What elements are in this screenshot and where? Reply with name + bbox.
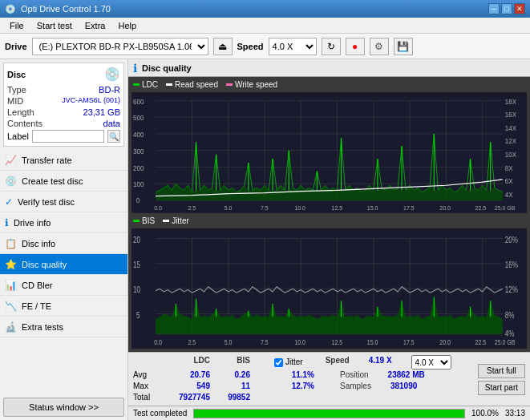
svg-text:4X: 4X xyxy=(505,192,513,199)
svg-text:8%: 8% xyxy=(505,310,515,319)
sidebar-item-create-test-disc[interactable]: 💿 Create test disc xyxy=(0,171,127,192)
sidebar-item-extra-tests[interactable]: 🔬 Extra tests xyxy=(0,317,127,337)
close-button[interactable]: ✕ xyxy=(514,3,525,14)
svg-text:17.5: 17.5 xyxy=(403,338,415,346)
menu-help[interactable]: Help xyxy=(111,19,143,32)
jitter-header-label: Jitter xyxy=(285,357,303,368)
spacer6 xyxy=(322,370,332,381)
disc-label-input[interactable] xyxy=(32,130,104,143)
spacer5 xyxy=(258,370,266,381)
svg-text:5.0: 5.0 xyxy=(225,338,233,346)
disc-mid-label: MID xyxy=(7,96,23,106)
samples-value: 381090 xyxy=(390,381,417,392)
svg-text:15.0: 15.0 xyxy=(367,205,378,212)
svg-text:20%: 20% xyxy=(505,235,518,244)
svg-text:0.0: 0.0 xyxy=(154,205,162,212)
svg-text:20.0: 20.0 xyxy=(439,338,451,346)
total-label: Total xyxy=(133,392,162,403)
svg-text:12.5: 12.5 xyxy=(332,338,343,346)
cd-bler-icon: 📊 xyxy=(5,280,17,291)
sidebar-item-label-create-test-disc: Create test disc xyxy=(22,176,83,186)
svg-text:10.0: 10.0 xyxy=(294,205,305,212)
svg-text:12.5: 12.5 xyxy=(332,205,343,212)
svg-text:10.0: 10.0 xyxy=(294,338,305,346)
upper-chart-area: 600 500 400 300 200 100 0 18X 16X 14X 12… xyxy=(131,92,527,213)
lower-chart-legend: BIS Jitter xyxy=(130,215,528,227)
svg-text:300: 300 xyxy=(133,148,144,155)
sidebar-item-disc-quality[interactable]: ⭐ Disc quality xyxy=(0,254,127,275)
disc-contents-value: data xyxy=(103,119,120,128)
lower-chart-svg: 20 15 10 5 20% 16% 12% 8% 4% 0.0 2.5 5.0… xyxy=(131,228,527,349)
sidebar-item-label-fe-te: FE / TE xyxy=(22,301,51,311)
svg-text:0.0: 0.0 xyxy=(154,338,162,346)
title-bar: 💿 Opti Drive Control 1.70 ─ □ ✕ xyxy=(0,0,530,18)
action-buttons-area: Start full Start part xyxy=(473,353,530,406)
sidebar-item-label-drive-info: Drive info xyxy=(14,218,51,228)
sidebar-item-disc-info[interactable]: 📋 Disc info xyxy=(0,233,127,254)
read-speed-legend-label: Read speed xyxy=(175,80,218,89)
spacer9 xyxy=(322,381,332,392)
speed-stat-select[interactable]: 4.0 X xyxy=(411,355,451,370)
config-button[interactable]: ⚙ xyxy=(370,38,389,55)
drive-label: Drive xyxy=(5,42,27,51)
main-layout: Disc 💿 Type BD-R MID JVC-AMS6L (001) Len… xyxy=(0,59,530,420)
write-speed-legend-label: Write speed xyxy=(235,80,277,89)
maximize-button[interactable]: □ xyxy=(501,3,512,14)
left-panel: Disc 💿 Type BD-R MID JVC-AMS6L (001) Len… xyxy=(0,59,128,420)
jitter-legend-color xyxy=(163,220,169,222)
legend-read-speed: Read speed xyxy=(166,80,218,89)
speed-label: Speed xyxy=(237,42,264,51)
svg-text:5: 5 xyxy=(136,310,140,319)
refresh-button[interactable]: ↻ xyxy=(322,38,341,55)
chart-title-text: Disc quality xyxy=(142,63,192,73)
speed-select[interactable]: 4.0 X 2.0 X 8.0 X xyxy=(269,38,317,55)
svg-text:600: 600 xyxy=(133,98,144,105)
toolbar: Drive (E:) PLEXTOR BD-R PX-LB950SA 1.06 … xyxy=(0,34,530,59)
write-speed-legend-color xyxy=(226,83,233,86)
status-window-button[interactable]: Status window >> xyxy=(3,398,124,417)
jitter-checkbox-area: Jitter xyxy=(274,355,303,370)
save-button[interactable]: 💾 xyxy=(394,38,413,55)
svg-text:25.0 GB: 25.0 GB xyxy=(495,338,516,346)
progress-track xyxy=(193,409,465,418)
disc-type-row: Type BD-R xyxy=(7,85,120,95)
jitter-checkbox[interactable] xyxy=(274,358,283,367)
disc-label-button[interactable]: 🔍 xyxy=(107,130,120,143)
total-stats-row: Total 7927745 99852 xyxy=(133,392,468,403)
menu-start-test[interactable]: Start test xyxy=(30,19,79,32)
start-full-button[interactable]: Start full xyxy=(478,364,525,378)
legend-ldc: LDC xyxy=(133,80,158,89)
start-part-button[interactable]: Start part xyxy=(478,381,525,395)
menu-file[interactable]: File xyxy=(3,19,30,32)
position-label: Position xyxy=(340,370,369,381)
svg-text:2.5: 2.5 xyxy=(188,205,196,212)
sidebar-item-cd-bler[interactable]: 📊 CD Bler xyxy=(0,275,127,296)
menu-extra[interactable]: Extra xyxy=(79,19,112,32)
svg-text:400: 400 xyxy=(133,131,144,139)
sidebar-item-drive-info[interactable]: ℹ Drive info xyxy=(0,212,127,233)
svg-text:8X: 8X xyxy=(505,164,513,172)
eject-button[interactable]: ⏏ xyxy=(213,38,233,55)
fe-te-icon: 📉 xyxy=(5,301,17,312)
sidebar-item-fe-te[interactable]: 📉 FE / TE xyxy=(0,296,127,317)
record-button[interactable]: ● xyxy=(346,38,365,55)
sidebar-item-verify-test-disc[interactable]: ✓ Verify test disc xyxy=(0,192,127,212)
position-value: 23862 MB xyxy=(388,370,425,381)
transfer-rate-icon: 📈 xyxy=(5,155,17,166)
sidebar-item-label-disc-quality: Disc quality xyxy=(22,260,67,269)
drive-select[interactable]: (E:) PLEXTOR BD-R PX-LB950SA 1.06 xyxy=(32,38,208,55)
minimize-button[interactable]: ─ xyxy=(488,3,500,14)
spacer8 xyxy=(258,381,266,392)
svg-text:10: 10 xyxy=(133,285,140,294)
svg-text:4%: 4% xyxy=(505,329,515,338)
sidebar-item-label-cd-bler: CD Bler xyxy=(22,281,53,290)
sidebar-nav: 📈 Transfer rate 💿 Create test disc ✓ Ver… xyxy=(0,150,127,394)
sidebar-item-transfer-rate[interactable]: 📈 Transfer rate xyxy=(0,150,127,171)
avg-label: Avg xyxy=(133,370,162,381)
menu-bar: File Start test Extra Help xyxy=(0,18,530,34)
svg-text:500: 500 xyxy=(133,115,144,122)
bis-header: BIS xyxy=(218,355,250,370)
speed-stat-value: 4.19 X xyxy=(369,355,392,370)
avg-stats-row: Avg 20.76 0.26 11.1% Position 23862 MB xyxy=(133,370,468,381)
disc-quality-icon: ⭐ xyxy=(5,259,17,270)
